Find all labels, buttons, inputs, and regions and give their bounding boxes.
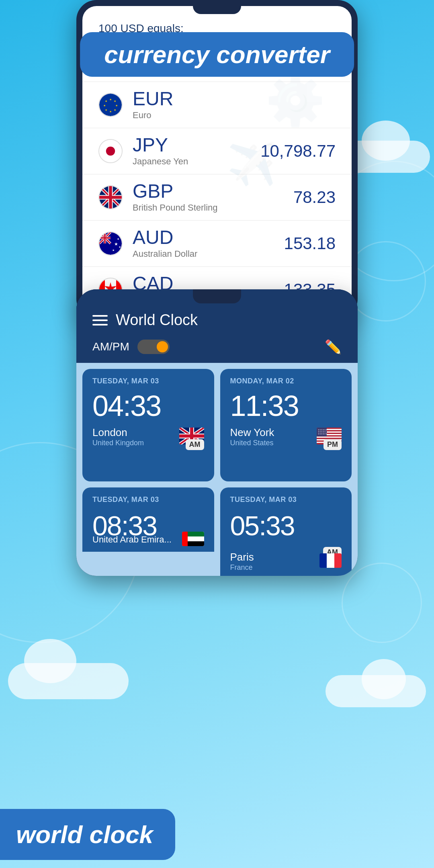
- svg-rect-36: [99, 237, 111, 239]
- svg-rect-80: [334, 553, 342, 568]
- newyork-location: New York United States: [230, 426, 274, 447]
- svg-text:★: ★: [115, 104, 118, 107]
- svg-rect-76: [188, 541, 204, 546]
- gbp-name: British Pound Sterling: [133, 203, 293, 213]
- svg-rect-74: [188, 532, 204, 536]
- london-location: London United Kingdom: [92, 426, 144, 447]
- svg-text:★: ★: [105, 108, 107, 112]
- gbp-flag: [98, 185, 123, 209]
- currency-row-gbp: GBP British Pound Sterling 78.23: [82, 174, 352, 221]
- toggle-knob: [157, 341, 168, 352]
- clock-card-newyork[interactable]: MONDAY, MAR 02 11:33 PM New York United …: [220, 369, 352, 481]
- london-date: TUESDAY, MAR 03: [92, 377, 204, 385]
- aud-info: AUD Australian Dollar: [133, 228, 284, 259]
- newyork-time: 11:33: [230, 391, 342, 420]
- jpy-flag: [98, 139, 123, 163]
- svg-rect-78: [319, 553, 327, 568]
- london-country: United Kingdom: [92, 439, 144, 447]
- clock-card-uae[interactable]: TUESDAY, MAR 03 08:33 United Arab Emira.…: [82, 487, 214, 552]
- newyork-date: MONDAY, MAR 02: [230, 377, 342, 385]
- clock-grid: TUESDAY, MAR 03 04:33 AM London United K…: [76, 363, 358, 576]
- uae-flag: [182, 532, 204, 548]
- paris-date: TUESDAY, MAR 03: [230, 495, 342, 504]
- hamburger-menu[interactable]: [92, 315, 108, 326]
- newyork-country: United States: [230, 439, 274, 447]
- svg-text:★: ★: [114, 242, 118, 246]
- phone-notch: [193, 289, 241, 303]
- uae-date: TUESDAY, MAR 03: [92, 495, 204, 504]
- world-clock-badge-label: world clock: [16, 821, 153, 848]
- paris-location: Paris France: [230, 551, 254, 572]
- london-ampm: AM: [186, 439, 204, 450]
- paris-country: France: [230, 563, 254, 572]
- svg-text:★: ★: [109, 98, 112, 101]
- svg-text:★: ★: [109, 110, 112, 113]
- svg-point-17: [106, 147, 115, 156]
- ampm-label: AM/PM: [92, 340, 129, 353]
- svg-text:★: ★: [114, 108, 116, 112]
- gbp-value: 78.23: [293, 188, 336, 207]
- london-city: London: [92, 426, 144, 439]
- svg-text:★: ★: [103, 104, 106, 107]
- clock-card-paris[interactable]: TUESDAY, MAR 03 05:33 AM Paris France: [220, 487, 352, 576]
- clock-card-london[interactable]: TUESDAY, MAR 03 04:33 AM London United K…: [82, 369, 214, 481]
- svg-rect-53: [179, 434, 204, 438]
- ampm-toggle[interactable]: [137, 340, 170, 354]
- svg-text:★: ★: [105, 99, 107, 103]
- svg-text:★: ★: [117, 237, 119, 241]
- currency-converter-badge: currency converter: [80, 32, 354, 77]
- aud-value: 153.18: [284, 234, 336, 253]
- uae-city: United Arab Emira...: [92, 534, 172, 545]
- svg-text:★: ★: [112, 248, 115, 252]
- aud-flag: ★ ★ ★ ★: [98, 231, 123, 256]
- paris-city: Paris: [230, 551, 254, 563]
- svg-rect-26: [99, 196, 122, 199]
- aud-code: AUD: [133, 228, 284, 247]
- newyork-ampm: PM: [323, 439, 342, 450]
- svg-text:★: ★: [119, 245, 121, 249]
- newyork-city: New York: [230, 426, 274, 439]
- world-clock-title: World Clock: [116, 311, 342, 329]
- ampm-toggle-bar: AM/PM ✏️: [76, 335, 358, 363]
- world-clock-badge: world clock: [0, 809, 175, 860]
- aud-name: Australian Dollar: [133, 249, 284, 259]
- svg-rect-75: [188, 536, 204, 541]
- currency-row-jpy: JPY Japanese Yen 10,798.77: [82, 128, 352, 174]
- svg-rect-62: [317, 436, 342, 438]
- eur-flag: ★ ★ ★ ★ ★ ★ ★ ★: [98, 93, 123, 117]
- edit-icon[interactable]: ✏️: [325, 339, 342, 355]
- currency-badge-label: currency converter: [104, 41, 330, 68]
- france-flag: [319, 553, 342, 569]
- svg-rect-79: [327, 553, 334, 568]
- svg-rect-77: [182, 532, 188, 546]
- svg-text:★: ★: [114, 99, 116, 103]
- london-time: 04:33: [92, 391, 204, 420]
- currency-row-aud: ★ ★ ★ ★ AUD Australian Dollar 153.18: [82, 221, 352, 267]
- world-clock-phone: World Clock AM/PM ✏️ TUESDAY, MAR 03 04:…: [76, 289, 358, 576]
- svg-text:★★★★★★: ★★★★★★: [318, 433, 328, 435]
- paris-time: 05:33: [230, 510, 342, 541]
